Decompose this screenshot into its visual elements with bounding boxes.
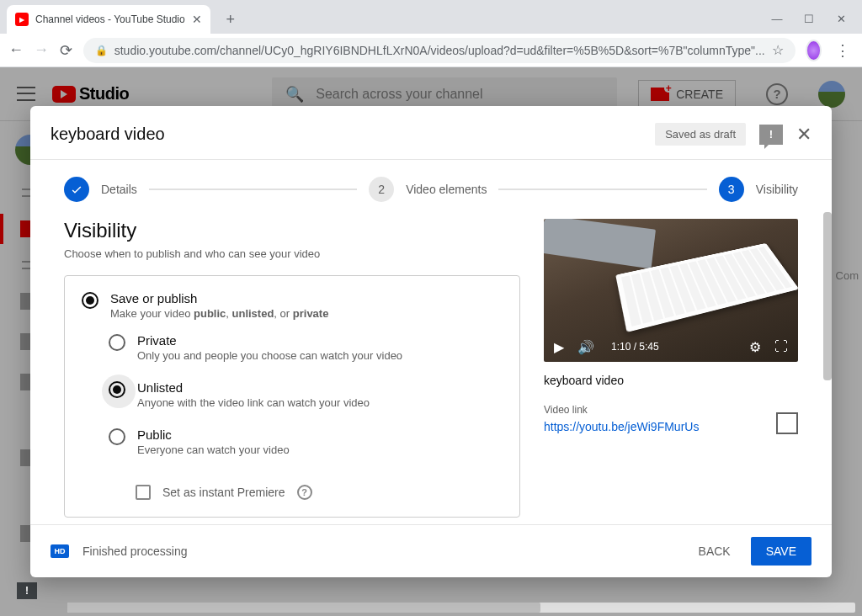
- radio-public[interactable]: Public Everyone can watch your video: [109, 427, 503, 456]
- radio-unlisted[interactable]: Unlisted Anyone with the video link can …: [109, 380, 503, 409]
- radio-title: Unlisted: [137, 380, 370, 395]
- truncated-column-label: Com: [836, 269, 859, 282]
- radio-selected-icon: [82, 292, 98, 309]
- url-box[interactable]: 🔒 studio.youtube.com/channel/UCy0_hgRIY6…: [83, 38, 795, 63]
- radio-save-or-publish[interactable]: Save or publish Make your video public, …: [82, 291, 503, 320]
- radio-desc: Make your video public, unlisted, or pri…: [110, 307, 328, 320]
- play-icon[interactable]: ▶: [554, 339, 564, 355]
- copy-link-icon[interactable]: [780, 416, 798, 434]
- step-number: 3: [719, 177, 744, 202]
- radio-title: Public: [137, 427, 290, 442]
- fullscreen-icon[interactable]: ⛶: [774, 339, 788, 354]
- dialog-header: keyboard video Saved as draft ! ✕: [30, 106, 832, 159]
- reload-icon[interactable]: ⟳: [59, 40, 73, 61]
- lock-icon: 🔒: [95, 45, 108, 56]
- radio-icon: [109, 334, 125, 351]
- hd-badge: HD: [51, 544, 69, 558]
- radio-title: Save or publish: [110, 291, 328, 305]
- minimize-icon[interactable]: —: [771, 13, 783, 25]
- tab-title: Channel videos - YouTube Studio: [35, 13, 185, 25]
- back-button[interactable]: BACK: [692, 538, 737, 565]
- window-controls: — ☐ ✕: [771, 13, 862, 34]
- playback-time: 1:10 / 5:45: [611, 341, 659, 353]
- preview-title: keyboard video: [544, 374, 798, 387]
- bookmark-star-icon[interactable]: ☆: [772, 42, 784, 58]
- section-title: Visibility: [64, 219, 520, 242]
- radio-desc: Anyone with the video link can watch you…: [137, 396, 370, 409]
- premiere-label: Set as instant Premiere: [162, 486, 285, 499]
- step-details[interactable]: Details: [64, 177, 137, 202]
- radio-icon: [109, 428, 125, 445]
- dialog-footer: HD Finished processing BACK SAVE: [30, 524, 832, 577]
- radio-selected-icon: [109, 381, 125, 398]
- saved-as-draft-badge: Saved as draft: [655, 123, 746, 146]
- address-bar: ← → ⟳ 🔒 studio.youtube.com/channel/UCy0_…: [0, 34, 862, 67]
- save-publish-group: Save or publish Make your video public, …: [64, 275, 520, 518]
- video-thumbnail[interactable]: ▶ 🔊 1:10 / 5:45 ⚙ ⛶: [544, 219, 798, 362]
- back-icon[interactable]: ←: [8, 40, 24, 61]
- new-tab-button[interactable]: +: [219, 8, 242, 31]
- profile-avatar-icon[interactable]: [806, 40, 822, 61]
- volume-icon[interactable]: 🔊: [577, 339, 594, 355]
- tab-close-icon[interactable]: ✕: [192, 13, 202, 26]
- checkbox-icon: [136, 485, 151, 500]
- radio-desc: Only you and people you choose can watch…: [137, 349, 402, 362]
- video-preview-panel: ▶ 🔊 1:10 / 5:45 ⚙ ⛶ keyboard video Video…: [544, 219, 798, 507]
- step-done-icon: [64, 177, 89, 202]
- step-label: Video elements: [406, 183, 487, 196]
- video-link[interactable]: https://youtu.be/jeWi9FMurUs: [544, 420, 699, 433]
- radio-private[interactable]: Private Only you and people you choose c…: [109, 333, 503, 362]
- radio-title: Private: [137, 333, 402, 348]
- instant-premiere-checkbox[interactable]: Set as instant Premiere ?: [109, 485, 503, 500]
- info-icon[interactable]: ?: [297, 485, 312, 500]
- maximize-icon[interactable]: ☐: [803, 13, 815, 25]
- dialog-title: keyboard video: [51, 125, 165, 144]
- video-link-label: Video link: [544, 404, 798, 416]
- url-text: studio.youtube.com/channel/UCy0_hgRIY6IB…: [114, 44, 765, 57]
- player-controls: ▶ 🔊 1:10 / 5:45 ⚙ ⛶: [544, 332, 798, 362]
- close-dialog-icon[interactable]: ✕: [796, 124, 811, 146]
- youtube-favicon: [15, 13, 29, 26]
- upload-stepper: Details 2 Video elements 3 Visibility: [30, 160, 832, 212]
- dialog-body: Visibility Choose when to publish and wh…: [30, 212, 832, 524]
- dialog-scrollbar[interactable]: [823, 212, 832, 380]
- settings-gear-icon[interactable]: ⚙: [749, 339, 761, 355]
- step-visibility[interactable]: 3 Visibility: [719, 177, 798, 202]
- radio-desc: Everyone can watch your video: [137, 443, 290, 456]
- browser-tab-strip: Channel videos - YouTube Studio ✕ + — ☐ …: [0, 0, 862, 34]
- horizontal-scrollbar[interactable]: [67, 603, 855, 613]
- section-subtitle: Choose when to publish and who can see y…: [64, 247, 520, 260]
- browser-menu-icon[interactable]: ⋮: [832, 41, 854, 60]
- browser-tab[interactable]: Channel videos - YouTube Studio ✕: [7, 5, 210, 34]
- upload-dialog: keyboard video Saved as draft ! ✕ Detail…: [30, 106, 832, 577]
- step-video-elements[interactable]: 2 Video elements: [369, 177, 487, 202]
- send-feedback-icon[interactable]: !: [17, 582, 37, 599]
- step-label: Details: [101, 183, 137, 196]
- close-window-icon[interactable]: ✕: [835, 13, 847, 25]
- feedback-icon[interactable]: !: [759, 125, 783, 145]
- forward-icon: →: [34, 40, 49, 61]
- step-number: 2: [369, 177, 394, 202]
- step-label: Visibility: [756, 183, 798, 196]
- processing-status: Finished processing: [82, 544, 188, 558]
- save-button[interactable]: SAVE: [751, 537, 811, 566]
